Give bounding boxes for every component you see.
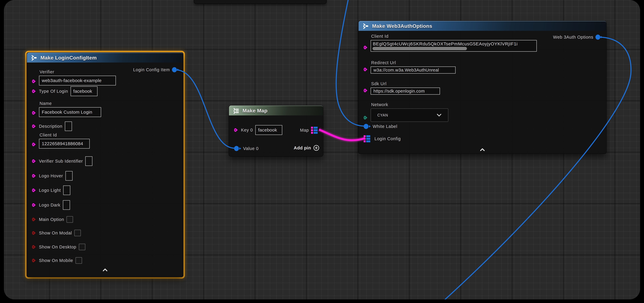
show-on-mobile-label: Show On Mobile bbox=[39, 258, 73, 263]
description-input[interactable] bbox=[65, 122, 72, 131]
show-on-modal-pin[interactable] bbox=[32, 231, 35, 235]
verifier-sub-identifier-pin[interactable] bbox=[32, 159, 35, 163]
show-on-mobile-checkbox[interactable] bbox=[76, 257, 82, 264]
client-id-input[interactable]: BEglQSgt4cUWcj6SKRdu5QkOXTsePmMcusG5EAoy… bbox=[370, 40, 537, 52]
add-pin-label: Add pin bbox=[294, 145, 311, 150]
key-0-pin[interactable] bbox=[234, 128, 237, 132]
network-pin[interactable] bbox=[364, 116, 366, 120]
client-id-pin[interactable] bbox=[32, 143, 35, 146]
main-option-checkbox[interactable] bbox=[66, 216, 73, 223]
value-0-pin[interactable] bbox=[234, 146, 239, 151]
logo-light-input[interactable] bbox=[63, 186, 70, 195]
client-id-label: Client Id bbox=[371, 34, 537, 39]
verifier-label: Verifier bbox=[40, 70, 116, 74]
network-dropdown-value: CYAN bbox=[371, 113, 388, 118]
show-on-modal-label: Show On Modal bbox=[39, 230, 72, 236]
sdk-url-label: Sdk Url bbox=[371, 81, 440, 86]
show-on-mobile-pin[interactable] bbox=[32, 259, 35, 262]
logo-dark-label: Logo Dark bbox=[39, 202, 60, 208]
client-id-label: Client Id bbox=[40, 132, 90, 138]
node-title: Make Map bbox=[242, 108, 268, 114]
verifier-input[interactable]: web3auth-facebook-example bbox=[39, 76, 116, 86]
output-pin-label: Login Config Item bbox=[133, 67, 170, 72]
redirect-url-pin[interactable] bbox=[364, 68, 366, 71]
add-pin-plus-icon[interactable] bbox=[313, 145, 320, 151]
web3auth-options-output-pin[interactable] bbox=[596, 34, 600, 40]
description-pin[interactable] bbox=[32, 124, 35, 128]
node-title: Make Web3AuthOptions bbox=[372, 23, 432, 29]
node-header[interactable]: Make LoginConfigItem bbox=[27, 52, 183, 62]
sdk-url-input[interactable]: https://sdk.openlogin.com bbox=[370, 88, 440, 95]
map-output-pin[interactable] bbox=[311, 127, 318, 134]
verifier-sub-identifier-label: Verifier Sub Identifier bbox=[39, 159, 83, 164]
redirect-url-input[interactable]: w3a://com.w3a.Web3AuthUnreal bbox=[370, 66, 456, 74]
name-label: Name bbox=[40, 101, 101, 106]
add-pin-button[interactable]: Add pin bbox=[294, 145, 320, 151]
network-label: Network bbox=[371, 102, 448, 107]
map-output-label: Map bbox=[300, 128, 309, 133]
main-option-label: Main Option bbox=[39, 217, 64, 222]
type-of-login-pin[interactable] bbox=[32, 90, 35, 93]
description-label: Description bbox=[39, 124, 62, 129]
node-make-map[interactable]: Make Map Key 0 facebook Value 0 Map Add … bbox=[229, 105, 323, 156]
key-0-input[interactable]: facebook bbox=[255, 125, 282, 135]
key-0-label: Key 0 bbox=[241, 128, 253, 132]
collapse-node-button[interactable] bbox=[27, 268, 183, 272]
chevron-down-icon bbox=[436, 114, 442, 117]
client-id-pin[interactable] bbox=[364, 46, 366, 49]
show-on-desktop-label: Show On Desktop bbox=[39, 244, 76, 250]
name-input[interactable]: Facebook Custom Login bbox=[39, 107, 101, 117]
logo-hover-label: Logo Hover bbox=[39, 174, 63, 178]
show-on-desktop-pin[interactable] bbox=[32, 245, 35, 249]
login-config-label: Login Config bbox=[374, 136, 401, 141]
verifier-sub-identifier-input[interactable] bbox=[85, 156, 92, 166]
value-0-label: Value 0 bbox=[243, 146, 258, 151]
node-make-loginconfigitem[interactable]: Make LoginConfigItem Login Config Item V… bbox=[26, 52, 184, 277]
network-dropdown[interactable]: CYAN bbox=[370, 108, 448, 122]
client-id-scrollbar[interactable] bbox=[372, 47, 467, 50]
logo-light-label: Logo Light bbox=[39, 188, 61, 193]
make-struct-icon bbox=[31, 55, 38, 61]
sdk-url-pin[interactable] bbox=[364, 89, 366, 92]
collapse-node-button[interactable] bbox=[358, 148, 606, 152]
node-title: Make LoginConfigItem bbox=[40, 55, 97, 61]
type-of-login-input[interactable]: facebook bbox=[70, 86, 98, 96]
logo-light-pin[interactable] bbox=[32, 188, 35, 192]
output-pin-label: Web 3Auth Options bbox=[553, 35, 593, 40]
type-of-login-label: Type Of Login bbox=[39, 89, 68, 94]
logo-hover-pin[interactable] bbox=[32, 174, 35, 178]
blueprint-graph-panel[interactable]: Make LoginConfigItem Login Config Item V… bbox=[4, 0, 640, 300]
logo-dark-pin[interactable] bbox=[32, 203, 35, 207]
make-map-icon bbox=[233, 108, 240, 114]
logo-dark-input[interactable] bbox=[63, 200, 70, 210]
main-option-pin[interactable] bbox=[32, 218, 35, 221]
show-on-modal-checkbox[interactable] bbox=[74, 230, 81, 236]
logo-hover-input[interactable] bbox=[66, 171, 72, 181]
make-struct-icon bbox=[362, 23, 369, 29]
node-header[interactable]: Make Map bbox=[229, 106, 323, 116]
client-id-input[interactable]: 1222658941886084 bbox=[39, 139, 90, 149]
node-make-web3authoptions[interactable]: Make Web3AuthOptions Web 3Auth Options C… bbox=[358, 20, 606, 154]
name-pin[interactable] bbox=[32, 111, 35, 115]
redirect-url-label: Redirect Url bbox=[371, 60, 456, 65]
white-label-pin[interactable] bbox=[364, 124, 368, 129]
login-config-item-output-pin[interactable] bbox=[172, 67, 177, 72]
white-label-label: White Label bbox=[373, 124, 397, 129]
offscreen-node-partial[interactable] bbox=[194, 0, 327, 4]
show-on-desktop-checkbox[interactable] bbox=[79, 244, 86, 250]
verifier-pin[interactable] bbox=[32, 80, 35, 83]
login-config-pin[interactable] bbox=[364, 135, 370, 142]
node-header[interactable]: Make Web3AuthOptions bbox=[358, 21, 606, 31]
